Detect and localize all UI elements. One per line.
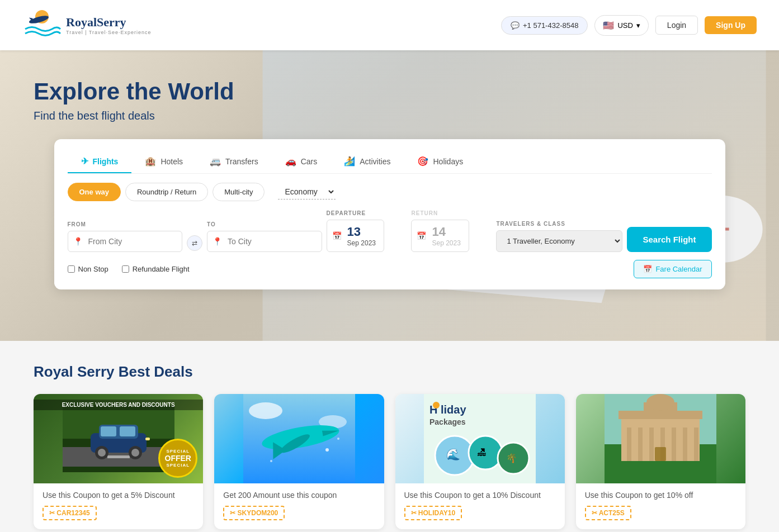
tab-holidays[interactable]: 🎯 Holidays — [404, 150, 476, 173]
tab-transfers-label: Transfers — [225, 157, 258, 166]
holidays-icon: 🎯 — [417, 156, 428, 167]
tab-activities[interactable]: 🏄 Activities — [331, 150, 404, 173]
to-input-wrapper: 📍 — [207, 231, 322, 252]
tab-flights-label: Flights — [93, 157, 119, 166]
travelers-select[interactable]: 1 Traveller, Economy 2 Travellers, Econo… — [496, 230, 622, 252]
svg-rect-64 — [649, 428, 654, 461]
offer-stamp: SPECIAL OFFER SPECIAL — [158, 439, 197, 478]
return-input-wrapper: 📅 14 Sep 2023 — [411, 220, 492, 252]
return-date[interactable]: 14 Sep 2023 — [411, 220, 469, 252]
deals-section: Royal Serry Best Deals — [0, 341, 779, 532]
tab-cars[interactable]: 🚗 Cars — [272, 150, 331, 173]
search-flight-button[interactable]: Search Flight — [627, 227, 711, 252]
hero-subtitle: Find the best flight deals — [34, 110, 745, 122]
travelers-label: TRAVELERS & CLASS — [496, 221, 622, 227]
phone-button[interactable]: 💬 +1 571-432-8548 — [501, 16, 588, 35]
trip-type-row: One way Roundtrip / Return Multi-city Ec… — [68, 183, 712, 201]
svg-point-45 — [337, 438, 339, 440]
svg-text:liday: liday — [441, 403, 466, 416]
one-way-button[interactable]: One way — [68, 183, 121, 201]
svg-text:🌊: 🌊 — [446, 448, 460, 461]
activities-icon: 🏄 — [344, 156, 355, 167]
coupon-badge-holiday: ✂ HOLIDAY10 — [404, 506, 462, 520]
svg-text:🏖: 🏖 — [477, 448, 486, 457]
tab-hotels-label: Hotels — [160, 157, 183, 166]
transfers-icon: 🚐 — [210, 156, 221, 167]
logo-icon — [22, 6, 62, 45]
flights-icon: ✈ — [81, 156, 88, 167]
logo: RoyalSerry Travel | Travel·See·Experienc… — [22, 6, 152, 45]
search-box: ✈ Flights 🏨 Hotels 🚐 Transfers 🚗 Cars 🏄 — [54, 139, 725, 289]
deal-card-flight: Get 200 Amount use this coupon ✂ SKYDOM2… — [214, 394, 384, 529]
tab-transfers[interactable]: 🚐 Transfers — [196, 150, 272, 173]
swap-button[interactable]: ⇄ — [187, 235, 202, 251]
return-month-year: Sep 2023 — [432, 239, 460, 247]
tab-activities-label: Activities — [360, 157, 390, 166]
coupon-badge-flight: ✂ SKYDOM200 — [223, 506, 285, 520]
svg-rect-62 — [627, 428, 631, 461]
svg-point-71 — [646, 394, 674, 411]
logo-text: RoyalSerry Travel | Travel·See·Experienc… — [66, 15, 152, 35]
coupon-badge-building: ✂ ACT25S — [585, 506, 631, 520]
tab-flights[interactable]: ✈ Flights — [68, 150, 132, 173]
header: RoyalSerry Travel | Travel·See·Experienc… — [0, 0, 779, 50]
svg-rect-68 — [694, 428, 698, 461]
svg-rect-63 — [638, 428, 643, 461]
svg-rect-66 — [672, 428, 676, 461]
deal-text-building: Use this Coupon to get 10% off — [585, 490, 736, 501]
svg-text:🌴: 🌴 — [506, 453, 517, 463]
deal-text-flight: Get 200 Amount use this coupon — [223, 490, 375, 501]
coupon-badge-car: ✂ CAR12345 — [43, 506, 97, 520]
deal-text-car: Use this Coupon to get a 5% Discount — [43, 490, 194, 501]
deal-body-holiday: Use this Coupon to get a 10% Discount ✂ … — [395, 483, 565, 529]
from-city-input[interactable] — [68, 231, 183, 252]
departure-field-group: DEPARTURE 📅 13 Sep 2023 — [327, 210, 407, 252]
departure-month-year: Sep 2023 — [347, 239, 376, 247]
deal-card-car: EXCLUSIVE VOUCHERS AND DISCOUNTS SPECIAL… — [34, 394, 203, 529]
logo-sub-text: Travel | Travel·See·Experience — [66, 30, 152, 35]
multi-city-button[interactable]: Multi-city — [213, 183, 265, 201]
svg-rect-67 — [683, 428, 687, 461]
deal-card-holiday: H liday Packages 🌊 🏖 🌴 Use this Coupon t… — [395, 394, 565, 529]
signup-button[interactable]: Sign Up — [705, 16, 757, 34]
flag-icon: 🇺🇸 — [603, 20, 614, 31]
deal-text-holiday: Use this Coupon to get a 10% Discount — [404, 490, 556, 501]
login-button[interactable]: Login — [655, 16, 698, 35]
cars-icon: 🚗 — [285, 156, 296, 167]
refundable-label[interactable]: Refundable Flight — [122, 265, 190, 273]
from-input-wrapper: 📍 — [68, 231, 183, 252]
fare-calendar-button[interactable]: 📅 Fare Calendar — [634, 260, 711, 278]
hotels-icon: 🏨 — [145, 156, 156, 167]
svg-rect-72 — [655, 447, 666, 461]
deal-card-building: Use this Coupon to get 10% off ✂ ACT25S — [576, 394, 745, 529]
refundable-text: Refundable Flight — [133, 265, 190, 273]
chevron-down-icon: ▾ — [636, 21, 640, 30]
logo-main-text: RoyalSerry — [66, 15, 152, 30]
deals-grid: EXCLUSIVE VOUCHERS AND DISCOUNTS SPECIAL… — [34, 394, 745, 529]
hero-section: Austrian Explore the World Find the best… — [0, 50, 779, 341]
to-field-group: TO 📍 — [207, 221, 322, 252]
currency-button[interactable]: 🇺🇸 USD ▾ — [594, 15, 648, 36]
tab-hotels[interactable]: 🏨 Hotels — [131, 150, 196, 173]
svg-point-49 — [433, 402, 440, 408]
exclusive-badge: EXCLUSIVE VOUCHERS AND DISCOUNTS — [34, 400, 203, 410]
hero-title: Explore the World — [34, 78, 745, 105]
svg-point-37 — [249, 402, 282, 419]
to-city-input[interactable] — [207, 231, 322, 252]
from-label: FROM — [68, 221, 183, 227]
refundable-checkbox[interactable] — [122, 265, 129, 273]
return-label: RETURN — [411, 210, 492, 216]
svg-point-44 — [325, 448, 329, 452]
svg-rect-33 — [145, 438, 150, 440]
deal-image-holiday: H liday Packages 🌊 🏖 🌴 — [395, 394, 565, 483]
search-fields: FROM 📍 ⇄ TO 📍 — [68, 210, 712, 252]
travelers-field-group: TRAVELERS & CLASS 1 Traveller, Economy 2… — [496, 221, 622, 252]
departure-date[interactable]: 13 Sep 2023 — [327, 220, 384, 252]
roundtrip-button[interactable]: Roundtrip / Return — [125, 183, 208, 201]
departure-input-wrapper: 📅 13 Sep 2023 — [327, 220, 407, 252]
non-stop-label[interactable]: Non Stop — [68, 265, 108, 273]
non-stop-checkbox[interactable] — [68, 265, 75, 273]
deal-body-flight: Get 200 Amount use this coupon ✂ SKYDOM2… — [214, 483, 384, 529]
cabin-class-select[interactable]: Economy Business First Class — [278, 184, 336, 200]
svg-point-46 — [270, 460, 272, 462]
